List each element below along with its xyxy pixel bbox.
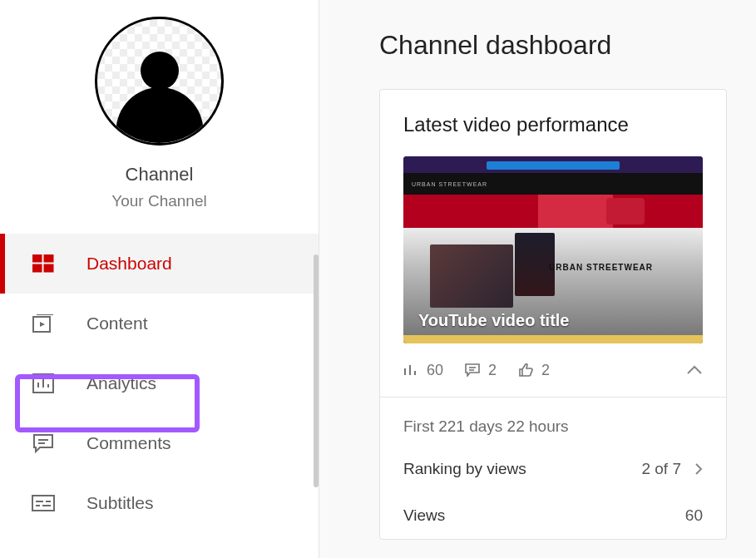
sidebar-item-dashboard[interactable]: Dashboard xyxy=(0,234,319,294)
sidebar-item-label: Dashboard xyxy=(86,254,172,274)
latest-video-card: Latest video performance URBAN STREETWEA… xyxy=(379,89,727,540)
stat-likes: 2 xyxy=(518,362,550,379)
chevron-up-icon xyxy=(686,365,703,375)
comments-stat-icon xyxy=(465,363,480,377)
svg-rect-12 xyxy=(32,496,54,511)
svg-rect-3 xyxy=(44,264,53,272)
svg-rect-0 xyxy=(32,254,42,262)
channel-label: Channel xyxy=(126,164,194,185)
meta-value: 2 of 7 xyxy=(641,460,681,478)
channel-avatar-section: Channel Your Channel xyxy=(0,0,319,210)
svg-rect-2 xyxy=(32,264,42,272)
sidebar-nav: Dashboard Content Analytics Comments xyxy=(0,234,319,533)
video-title: YouTube video title xyxy=(418,311,569,330)
thumb-site-name: URBAN STREETWEAR xyxy=(412,181,487,187)
content-icon xyxy=(32,314,55,333)
meta-label: Views xyxy=(403,506,445,525)
page-title: Channel dashboard xyxy=(379,30,756,61)
main-content: Channel dashboard Latest video performan… xyxy=(319,0,756,558)
dashboard-icon xyxy=(32,254,55,274)
channel-name: Your Channel xyxy=(111,192,206,210)
time-range: First 221 days 22 hours xyxy=(403,398,703,436)
sidebar-item-subtitles[interactable]: Subtitles xyxy=(0,473,319,533)
avatar-silhouette-icon xyxy=(97,19,221,143)
channel-avatar[interactable] xyxy=(95,17,224,146)
stat-comments-value: 2 xyxy=(488,362,497,379)
card-title: Latest video performance xyxy=(403,113,703,136)
sidebar: Channel Your Channel Dashboard Content A… xyxy=(0,0,319,558)
thumb-brand-text: URBAN STREETWEAR xyxy=(549,263,653,272)
stat-views: 60 xyxy=(403,362,443,379)
stat-likes-value: 2 xyxy=(541,362,550,379)
video-thumbnail[interactable]: URBAN STREETWEAR URBAN STREETWEAR YouTub… xyxy=(403,156,703,343)
sidebar-item-comments[interactable]: Comments xyxy=(0,413,319,473)
views-icon xyxy=(403,363,418,377)
collapse-toggle[interactable] xyxy=(686,365,703,375)
svg-rect-1 xyxy=(44,254,53,262)
subtitles-icon xyxy=(32,493,55,513)
meta-row-ranking[interactable]: Ranking by views 2 of 7 xyxy=(403,446,703,492)
sidebar-item-analytics[interactable]: Analytics xyxy=(0,353,319,413)
meta-label: Ranking by views xyxy=(403,460,526,478)
likes-icon xyxy=(518,363,533,377)
video-stats-row: 60 2 2 xyxy=(403,343,703,397)
sidebar-item-label: Content xyxy=(86,314,148,333)
meta-value: 60 xyxy=(685,506,703,525)
chevron-right-icon xyxy=(694,462,703,476)
meta-row-views[interactable]: Views 60 xyxy=(403,492,703,539)
sidebar-item-label: Comments xyxy=(86,433,171,453)
sidebar-item-label: Subtitles xyxy=(86,493,154,513)
analytics-icon xyxy=(32,373,55,393)
sidebar-item-label: Analytics xyxy=(86,373,156,393)
sidebar-item-content[interactable]: Content xyxy=(0,294,319,353)
stat-comments: 2 xyxy=(465,362,497,379)
stat-views-value: 60 xyxy=(427,362,443,379)
comments-icon xyxy=(32,433,55,453)
